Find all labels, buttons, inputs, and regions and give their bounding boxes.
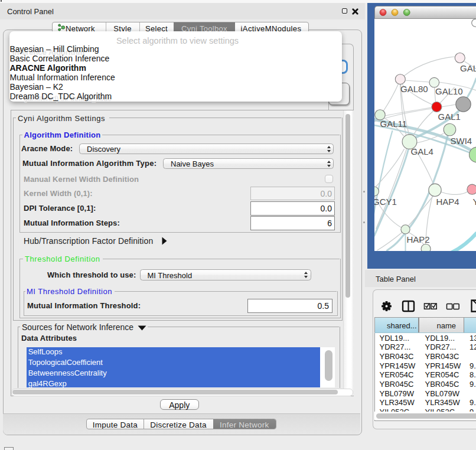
svg-text:HAP2: HAP2 — [406, 234, 429, 244]
svg-text:GAL80: GAL80 — [400, 84, 428, 94]
svg-text:GAL: GAL — [460, 63, 476, 73]
svg-text:Y: Y — [472, 197, 476, 207]
svg-text:GAL11: GAL11 — [380, 119, 407, 129]
svg-text:HAP4: HAP4 — [436, 197, 459, 207]
svg-text:GAL10: GAL10 — [435, 86, 463, 96]
svg-text:SWI4: SWI4 — [450, 136, 472, 146]
svg-text:GAL1: GAL1 — [438, 112, 460, 122]
svg-text:GAL4: GAL4 — [410, 146, 433, 156]
svg-text:GCY1: GCY1 — [374, 197, 397, 207]
